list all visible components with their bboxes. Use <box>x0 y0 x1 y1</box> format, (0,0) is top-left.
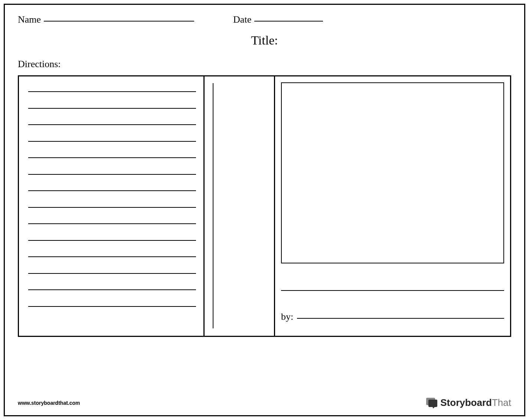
header-row: Name Date <box>18 14 511 25</box>
cover-column: by: <box>275 76 510 336</box>
by-label: by: <box>281 311 293 322</box>
writing-line[interactable] <box>28 190 196 191</box>
by-row: by: <box>281 311 504 322</box>
writing-line[interactable] <box>28 108 196 109</box>
writing-line[interactable] <box>28 306 196 307</box>
writing-line[interactable] <box>28 141 196 142</box>
date-field: Date <box>233 14 323 25</box>
logo-text-thin: That <box>492 397 511 408</box>
illustration-box[interactable] <box>281 82 504 263</box>
writing-line[interactable] <box>28 124 196 125</box>
spine-vertical-line <box>213 83 213 328</box>
name-field: Name <box>18 14 194 25</box>
writing-line[interactable] <box>28 289 196 290</box>
directions-label: Directions: <box>18 59 511 70</box>
writing-line[interactable] <box>28 273 196 274</box>
name-input-line[interactable] <box>44 21 194 22</box>
date-input-line[interactable] <box>254 21 323 22</box>
writing-line[interactable] <box>28 223 196 224</box>
writing-line[interactable] <box>28 157 196 158</box>
footer-url: www.storyboardthat.com <box>18 400 80 406</box>
title-label: Title: <box>18 33 511 47</box>
cover-title-line[interactable] <box>281 290 504 291</box>
worksheet-page: Name Date Title: Directions: by: www.sto… <box>4 4 525 416</box>
footer-logo: StoryboardThat <box>426 397 511 408</box>
writing-line[interactable] <box>28 256 196 257</box>
writing-line[interactable] <box>28 240 196 241</box>
writing-line[interactable] <box>28 91 196 92</box>
main-content-box: by: <box>18 75 511 337</box>
writing-line[interactable] <box>28 207 196 208</box>
writing-lines-column <box>19 76 205 336</box>
speech-bubble-icon <box>426 398 438 408</box>
writing-line[interactable] <box>28 174 196 175</box>
footer: www.storyboardthat.com StoryboardThat <box>18 397 511 408</box>
by-input-line[interactable] <box>297 318 504 319</box>
logo-text-bold: Storyboard <box>440 397 492 408</box>
date-label: Date <box>233 14 251 25</box>
spine-column <box>205 76 275 336</box>
name-label: Name <box>18 14 41 25</box>
